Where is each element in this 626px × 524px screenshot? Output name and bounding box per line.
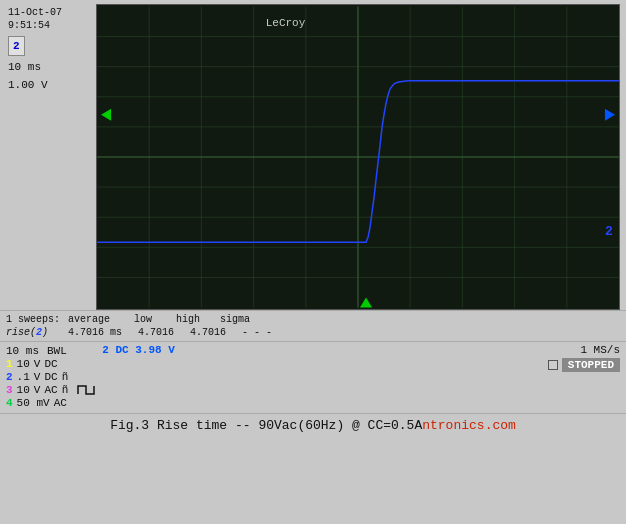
ch2-coupling: DC	[44, 371, 57, 383]
ch3-extra: ñ	[62, 384, 69, 396]
col-sigma: sigma	[220, 314, 250, 325]
volt-per-div: 1.00 V	[8, 77, 94, 95]
rise2-low: 4.7016	[138, 327, 174, 338]
rise2-avg: 4.7016 ms	[68, 327, 122, 338]
timestamp: 11-Oct-07 9:51:54	[8, 6, 94, 32]
col-high: high	[176, 314, 200, 325]
ch3-coupling: AC	[44, 384, 57, 396]
caption: Fig.3 Rise time -- 90Vac(60Hz) @ CC=0.5A…	[0, 413, 626, 435]
ch3-row: 3 10 V AC ñ	[6, 384, 102, 396]
brand-text: ntronics.com	[422, 418, 516, 433]
scope-brand-label: LeCroy	[266, 18, 306, 30]
left-panel: 11-Oct-07 9:51:54 2 10 ms 1.00 V	[6, 4, 96, 310]
caption-text: Fig.3 Rise time -- 90Vac(60Hz) @ CC=0.5A	[110, 418, 422, 433]
timebase-value: 10 ms	[6, 345, 39, 357]
stopped-icon	[548, 360, 558, 370]
col-low: low	[134, 314, 152, 325]
meas-line-header: 1 sweeps: average low high sigma	[6, 313, 620, 326]
ch4-coupling: AC	[54, 397, 67, 409]
ch4-row: 4 50 mV AC	[6, 397, 102, 409]
meas-line-values: rise(2) 4.7016 ms 4.7016 4.7016 - - -	[6, 326, 620, 339]
time-per-div: 10 ms	[8, 59, 94, 77]
ch1-unit: V	[34, 358, 41, 370]
main-container: 11-Oct-07 9:51:54 2 10 ms 1.00 V	[0, 0, 626, 524]
ch4-num: 4	[6, 397, 13, 409]
square-wave-icon	[76, 384, 98, 396]
sample-rate: 1 MS/s	[580, 344, 620, 356]
ch2-dc-area: 2 DC 3.98 V	[102, 344, 175, 360]
measurements-row: 1 sweeps: average low high sigma rise(2)…	[0, 310, 626, 341]
ch3-num: 3	[6, 384, 13, 396]
rise2-high: 4.7016	[190, 327, 226, 338]
channel-indicator: 2	[8, 36, 25, 56]
ch2-num: 2	[6, 371, 13, 383]
status-bar: 10 ms BWL 1 10 V DC 2 .1	[0, 341, 626, 413]
ch4-volt: 50 mV	[17, 397, 50, 409]
channel-status-left: 10 ms BWL 1 10 V DC 2 .1	[6, 344, 102, 409]
col-average: average	[68, 314, 110, 325]
stopped-badge: STOPPED	[562, 358, 620, 372]
ch2-dc-label: 2 DC 3.98 V	[102, 344, 175, 356]
ch2-extra: ñ	[62, 371, 69, 383]
ch1-num: 1	[6, 358, 13, 370]
rise2-label: rise(2)	[6, 327, 48, 338]
ch2-label: 2	[605, 224, 613, 239]
rise2-sigma: - - -	[242, 327, 272, 338]
ch-info: 10 ms 1.00 V	[8, 59, 94, 94]
ch3-unit: V	[34, 384, 41, 396]
ch2-volt: .1	[17, 371, 30, 383]
scope-svg: LeCroy 2	[97, 5, 619, 309]
stopped-row: STOPPED	[548, 358, 620, 372]
time-display: 9:51:54	[8, 19, 94, 32]
sweeps-label: 1 sweeps:	[6, 314, 60, 325]
ch1-coupling: DC	[44, 358, 57, 370]
bwl-label: BWL	[47, 345, 67, 357]
ch3-volt: 10	[17, 384, 30, 396]
ch2-unit: V	[34, 371, 41, 383]
ch1-volt: 10	[17, 358, 30, 370]
date-display: 11-Oct-07	[8, 6, 94, 19]
scope-screen: LeCroy 2	[96, 4, 620, 310]
scope-area: 11-Oct-07 9:51:54 2 10 ms 1.00 V	[0, 0, 626, 310]
ch2-row: 2 .1 V DC ñ	[6, 371, 102, 383]
right-status: 1 MS/s STOPPED	[548, 344, 620, 372]
timebase-row: 10 ms BWL	[6, 345, 102, 357]
channels-list: 1 10 V DC 2 .1 V DC ñ 3	[6, 358, 102, 409]
ch1-row: 1 10 V DC	[6, 358, 102, 370]
